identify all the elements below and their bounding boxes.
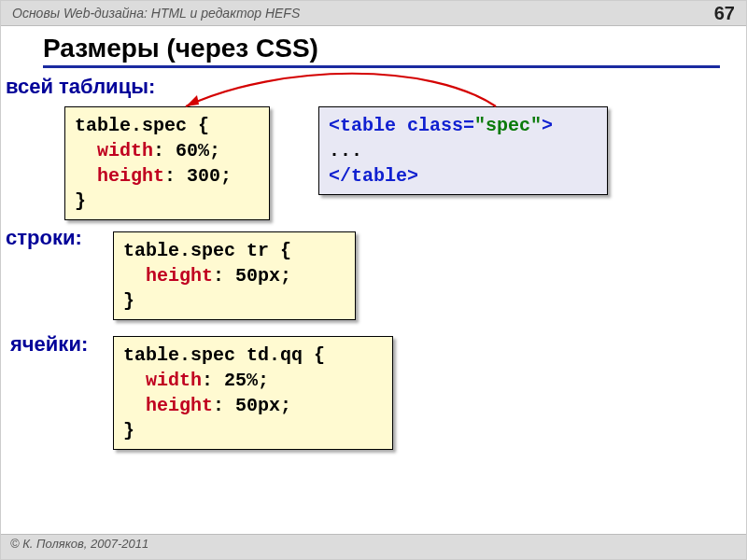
code-tag: <table [329, 115, 407, 136]
code-text: table.spec { [75, 115, 209, 136]
code-prop: height [146, 265, 213, 287]
code-text: : 25%; [202, 370, 269, 391]
code-text: : 300; [164, 165, 232, 187]
code-css-cell: table.spec td.qq { width: 25%; height: 5… [113, 336, 393, 450]
page-number: 67 [714, 3, 735, 24]
label-whole-table: всей таблицы: [6, 75, 155, 99]
code-css-row: table.spec tr { height: 50px; } [113, 231, 356, 320]
label-cell: ячейки: [10, 332, 88, 357]
code-text: } [123, 420, 134, 441]
code-prop: height [146, 395, 213, 416]
code-css-table: table.spec { width: 60%; height: 300; } [64, 106, 270, 220]
code-eq: = [463, 115, 474, 136]
code-html-table: <table class="spec"> ... </table> [318, 106, 608, 195]
code-text: : 50px; [213, 395, 291, 416]
code-prop: height [97, 165, 164, 187]
code-text: table.spec tr { [123, 240, 291, 261]
code-tag: > [542, 115, 553, 136]
svg-marker-0 [186, 95, 199, 106]
code-text: table.spec td.qq { [123, 344, 325, 366]
code-text: ... [329, 140, 362, 161]
code-text: : 60%; [153, 140, 220, 161]
footer-copyright: © К. Поляков, 2007-2011 [1, 534, 746, 559]
code-text: } [75, 190, 86, 212]
code-value: "spec" [474, 115, 542, 136]
code-prop: width [97, 140, 153, 161]
page-title: Размеры (через CSS) [43, 34, 720, 68]
code-prop: width [146, 370, 202, 391]
top-bar: Основы Web-дизайна: HTML и редактор HEFS… [1, 1, 746, 26]
code-tag: </table> [329, 165, 418, 187]
code-text: : 50px; [213, 265, 291, 287]
code-text: } [123, 290, 134, 312]
code-attr: class [407, 115, 463, 136]
breadcrumb: Основы Web-дизайна: HTML и редактор HEFS [12, 6, 300, 21]
label-row: строки: [6, 226, 82, 250]
title-row: Размеры (через CSS) [1, 26, 746, 71]
content-area: всей таблицы: table.spec { width: 60%; h… [1, 71, 746, 75]
